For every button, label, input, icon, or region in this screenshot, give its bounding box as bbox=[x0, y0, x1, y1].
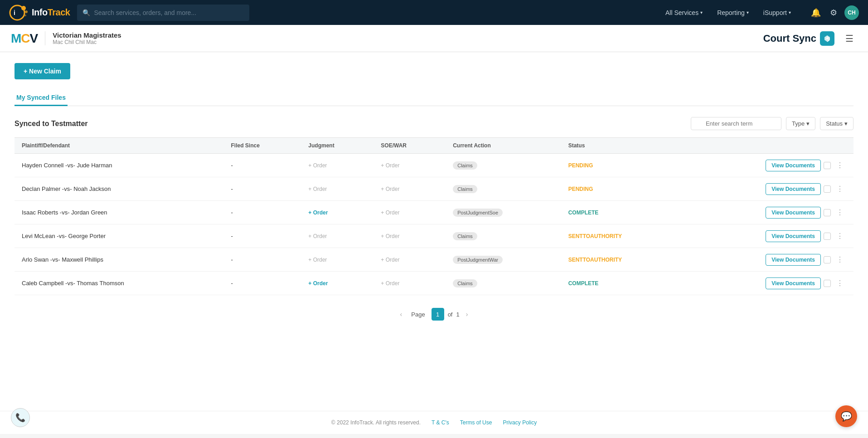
main-content: + New Claim My Synced Files Synced to Te… bbox=[0, 52, 868, 411]
phone-button[interactable]: 📞 bbox=[11, 408, 30, 427]
next-page-button[interactable]: › bbox=[463, 309, 471, 320]
judgment-order-button[interactable]: + Order bbox=[308, 162, 327, 169]
view-documents-button[interactable]: View Documents bbox=[766, 230, 821, 242]
row-menu-button[interactable]: ⋮ bbox=[834, 230, 846, 242]
cell-soe-war[interactable]: + Order bbox=[373, 224, 446, 248]
col-filed-since: Filed Since bbox=[224, 138, 301, 154]
row-checkbox[interactable] bbox=[824, 185, 831, 193]
action-badge: PostJudgmentSoe bbox=[453, 209, 503, 217]
logo-label: InfoTrack bbox=[32, 7, 70, 18]
total-pages: 1 bbox=[456, 311, 459, 318]
tab-my-synced-files[interactable]: My Synced Files bbox=[15, 90, 68, 106]
new-claim-button[interactable]: + New Claim bbox=[15, 63, 70, 79]
cell-filed-since: - bbox=[224, 201, 301, 224]
current-page-button[interactable]: 1 bbox=[432, 308, 444, 321]
court-sync-icon bbox=[820, 31, 834, 46]
soe-war-order-button[interactable]: + Order bbox=[381, 209, 399, 216]
action-badge: PostJudgmentWar bbox=[453, 256, 503, 264]
row-checkbox[interactable] bbox=[824, 209, 831, 216]
cell-filed-since: - bbox=[224, 154, 301, 177]
privacy-policy-link[interactable]: Privacy Policy bbox=[503, 419, 537, 426]
cell-plaintiff-defendant: Isaac Roberts -vs- Jordan Green bbox=[15, 201, 224, 224]
table-row: Arlo Swan -vs- Maxwell Phillips - + Orde… bbox=[15, 248, 853, 272]
cell-filed-since: - bbox=[224, 177, 301, 201]
judgment-order-button[interactable]: + Order bbox=[308, 280, 328, 287]
chevron-down-icon: ▾ bbox=[789, 10, 791, 15]
chat-button[interactable]: 💬 bbox=[835, 405, 857, 427]
table-search-input[interactable] bbox=[691, 117, 781, 130]
notifications-icon[interactable]: 🔔 bbox=[809, 6, 823, 19]
cell-plaintiff-defendant: Arlo Swan -vs- Maxwell Phillips bbox=[15, 248, 224, 272]
col-actions bbox=[683, 138, 853, 154]
status-filter-button[interactable]: Status ▾ bbox=[820, 117, 853, 130]
cell-row-actions: View Documents ⋮ bbox=[683, 177, 853, 201]
infotrack-logo[interactable]: i InfoTrack bbox=[9, 5, 70, 21]
cell-status: COMPLETE bbox=[561, 201, 683, 224]
status-badge: SENTTOAUTHORITY bbox=[568, 257, 622, 263]
view-documents-button[interactable]: View Documents bbox=[766, 277, 821, 289]
col-status: Status bbox=[561, 138, 683, 154]
global-search-input[interactable] bbox=[94, 9, 244, 16]
judgment-order-button[interactable]: + Order bbox=[308, 186, 327, 192]
nav-links: All Services ▾ Reporting ▾ iSupport ▾ bbox=[660, 5, 796, 20]
row-checkbox[interactable] bbox=[824, 162, 831, 169]
svg-point-3 bbox=[25, 10, 28, 13]
cell-judgment[interactable]: + Order bbox=[301, 177, 373, 201]
prev-page-button[interactable]: ‹ bbox=[398, 309, 405, 320]
pagination: ‹ Page 1 of 1 › bbox=[15, 308, 853, 321]
mcv-logo: MCV bbox=[11, 31, 38, 46]
table-header-row: Plaintiff/Defendant Filed Since Judgment… bbox=[15, 138, 853, 154]
soe-war-order-button[interactable]: + Order bbox=[381, 162, 399, 169]
row-checkbox[interactable] bbox=[824, 256, 831, 263]
row-actions: View Documents ⋮ bbox=[690, 277, 846, 289]
row-actions: View Documents ⋮ bbox=[690, 159, 846, 171]
cell-soe-war[interactable]: + Order bbox=[373, 154, 446, 177]
cell-current-action: PostJudgmentSoe bbox=[446, 201, 561, 224]
judgment-order-button[interactable]: + Order bbox=[308, 257, 327, 263]
row-menu-button[interactable]: ⋮ bbox=[834, 159, 846, 171]
nav-all-services[interactable]: All Services ▾ bbox=[660, 5, 708, 20]
cell-row-actions: View Documents ⋮ bbox=[683, 154, 853, 177]
cell-filed-since: - bbox=[224, 224, 301, 248]
terms-of-use-link[interactable]: Terms of Use bbox=[460, 419, 492, 426]
cell-soe-war[interactable]: + Order bbox=[373, 272, 446, 295]
judgment-order-button[interactable]: + Order bbox=[308, 233, 327, 239]
nav-isupport[interactable]: iSupport ▾ bbox=[758, 5, 796, 20]
cell-judgment[interactable]: + Order bbox=[301, 224, 373, 248]
terms-conditions-link[interactable]: T & C's bbox=[432, 419, 449, 426]
cell-soe-war[interactable]: + Order bbox=[373, 201, 446, 224]
court-sync-logo[interactable]: Court Sync bbox=[763, 31, 834, 46]
soe-war-order-button[interactable]: + Order bbox=[381, 233, 399, 239]
cell-row-actions: View Documents ⋮ bbox=[683, 224, 853, 248]
row-checkbox[interactable] bbox=[824, 233, 831, 240]
soe-war-order-button[interactable]: + Order bbox=[381, 186, 399, 192]
org-sub-name: Mac Chil Chil Mac bbox=[53, 39, 121, 45]
row-checkbox[interactable] bbox=[824, 280, 831, 287]
soe-war-order-button[interactable]: + Order bbox=[381, 257, 399, 263]
view-documents-button[interactable]: View Documents bbox=[766, 254, 821, 266]
cell-judgment[interactable]: + Order bbox=[301, 272, 373, 295]
row-menu-button[interactable]: ⋮ bbox=[834, 277, 846, 289]
table-row: Isaac Roberts -vs- Jordan Green - + Orde… bbox=[15, 201, 853, 224]
row-menu-button[interactable]: ⋮ bbox=[834, 206, 846, 219]
cell-judgment[interactable]: + Order bbox=[301, 201, 373, 224]
nav-reporting[interactable]: Reporting ▾ bbox=[712, 5, 754, 20]
row-menu-button[interactable]: ⋮ bbox=[834, 183, 846, 195]
row-menu-button[interactable]: ⋮ bbox=[834, 253, 846, 266]
view-documents-button[interactable]: View Documents bbox=[766, 183, 821, 195]
global-search-bar[interactable]: 🔍 bbox=[77, 5, 249, 21]
user-avatar[interactable]: CH bbox=[844, 5, 859, 20]
hamburger-menu[interactable]: ☰ bbox=[842, 31, 857, 46]
view-documents-button[interactable]: View Documents bbox=[766, 160, 821, 171]
settings-icon[interactable]: ⚙ bbox=[828, 6, 839, 19]
cell-soe-war[interactable]: + Order bbox=[373, 177, 446, 201]
view-documents-button[interactable]: View Documents bbox=[766, 207, 821, 219]
cell-judgment[interactable]: + Order bbox=[301, 248, 373, 272]
judgment-order-button[interactable]: + Order bbox=[308, 209, 328, 216]
status-badge: SENTTOAUTHORITY bbox=[568, 233, 622, 239]
cell-soe-war[interactable]: + Order bbox=[373, 248, 446, 272]
cell-judgment[interactable]: + Order bbox=[301, 154, 373, 177]
type-filter-button[interactable]: Type ▾ bbox=[786, 117, 815, 130]
soe-war-order-button[interactable]: + Order bbox=[381, 280, 399, 287]
svg-point-5 bbox=[826, 38, 828, 39]
